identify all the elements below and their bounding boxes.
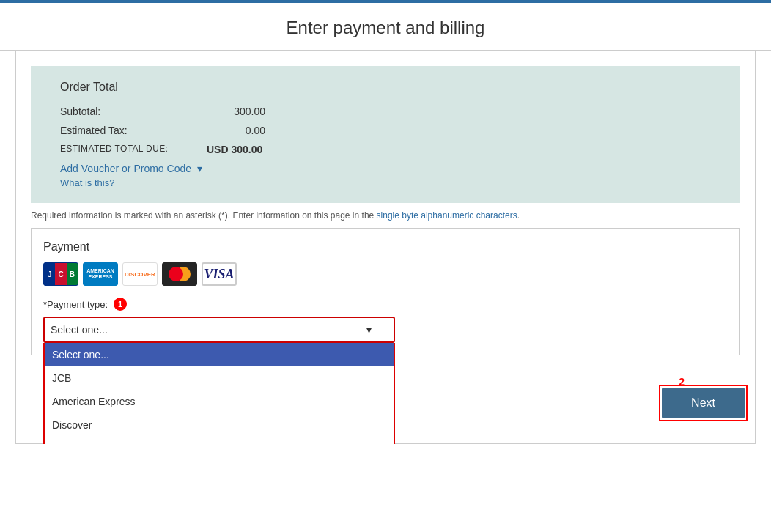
select-current-value: Select one... <box>51 324 108 336</box>
estimated-total-value: USD 300.00 <box>207 144 262 155</box>
dropdown-option-select-one[interactable]: Select one... <box>45 343 394 366</box>
payment-section: Payment J C B AMERICAN EXPRESS <box>31 228 740 355</box>
tax-row: Estimated Tax: 0.00 <box>60 125 711 136</box>
jcb-icon: J C B <box>43 262 78 286</box>
voucher-link[interactable]: Add Voucher or Promo Code <box>60 163 191 174</box>
select-dropdown-arrow: ▾ <box>366 324 372 336</box>
estimated-total-row: ESTIMATED TOTAL DUE: USD 300.00 <box>60 144 711 155</box>
payment-type-row: *Payment type: 1 <box>43 298 728 311</box>
next-button-wrapper: Next <box>659 385 748 421</box>
discover-icon: DISCOVER <box>122 262 158 286</box>
voucher-row: Add Voucher or Promo Code ▾ <box>60 163 711 174</box>
dropdown-list: Select one... JCB American Express Disco… <box>43 343 395 444</box>
outer-container: Order Total Subtotal: 300.00 Estimated T… <box>15 51 756 444</box>
subtotal-row: Subtotal: 300.00 <box>60 106 711 117</box>
order-total-heading: Order Total <box>60 81 711 94</box>
tax-value: 0.00 <box>207 125 265 136</box>
what-is-this-link[interactable]: What is this? <box>60 177 711 188</box>
visa-icon: VISA <box>202 262 237 286</box>
card-icons-row: J C B AMERICAN EXPRESS DISCOVER <box>43 262 728 286</box>
annotation-2-badge: 2 <box>679 376 685 388</box>
subtotal-value: 300.00 <box>207 106 265 117</box>
select-display[interactable]: Select one... ▾ <box>43 317 395 343</box>
subtotal-label: Subtotal: <box>60 106 207 117</box>
dropdown-option-mastercard[interactable]: MasterCard <box>45 437 394 444</box>
next-button[interactable]: Next <box>662 388 745 418</box>
order-total-box: Order Total Subtotal: 300.00 Estimated T… <box>31 66 740 203</box>
mastercard-icon <box>162 262 197 286</box>
estimated-total-label: ESTIMATED TOTAL DUE: <box>60 144 207 155</box>
dropdown-option-jcb[interactable]: JCB <box>45 366 394 390</box>
required-notice: Required information is marked with an a… <box>31 210 740 221</box>
page-title: Enter payment and billing <box>0 3 771 51</box>
payment-type-label: *Payment type: <box>43 299 108 310</box>
amex-icon: AMERICAN EXPRESS <box>83 262 118 286</box>
payment-section-title: Payment <box>43 240 728 254</box>
dropdown-option-amex[interactable]: American Express <box>45 390 394 413</box>
tax-label: Estimated Tax: <box>60 125 207 136</box>
payment-type-select-container: Select one... ▾ Select one... JCB Americ… <box>43 317 395 343</box>
main-content: Order Total Subtotal: 300.00 Estimated T… <box>19 51 752 370</box>
annotation-1-badge: 1 <box>114 298 127 311</box>
dropdown-option-discover[interactable]: Discover <box>45 413 394 437</box>
chevron-down-icon: ▾ <box>197 163 202 174</box>
